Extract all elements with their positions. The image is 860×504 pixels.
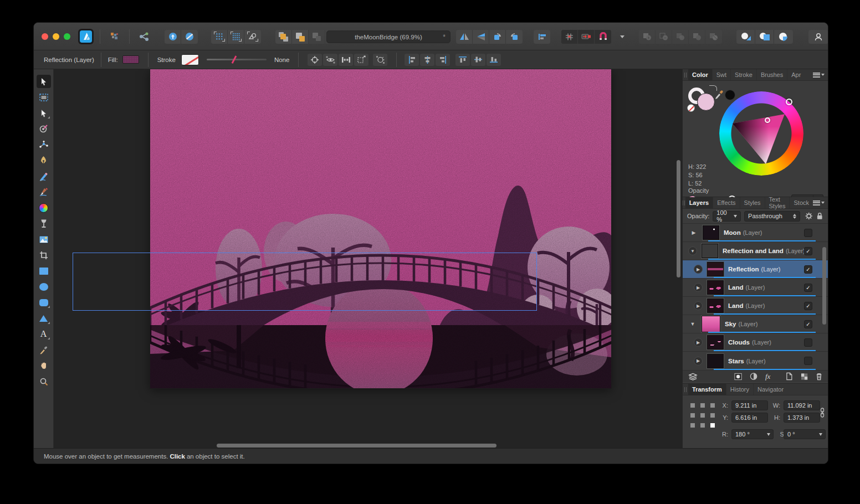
horizontal-scrollbar[interactable] (217, 444, 496, 448)
fill-tool[interactable] (37, 201, 51, 214)
tab-stock[interactable]: Stock (790, 197, 813, 208)
selection-bounding-box[interactable] (73, 253, 537, 311)
blend-mode-dropdown[interactable]: Passthrough (744, 211, 800, 222)
link-dimensions-icon[interactable] (820, 408, 825, 418)
hide-selection-button[interactable] (323, 54, 337, 66)
layer-row[interactable]: ▼ Reflection and Land (Layer) ✓ (683, 242, 828, 260)
boolean-subtract-button[interactable]: − (656, 30, 672, 44)
layers-panel-menu-button[interactable] (813, 197, 828, 208)
tab-swatches[interactable]: Swt (713, 69, 731, 80)
transparency-tool[interactable] (37, 217, 51, 230)
align-right-button[interactable] (436, 54, 450, 66)
layer-row[interactable]: ▶ Stars (Layer) (683, 352, 828, 370)
canvas-viewport[interactable] (54, 69, 683, 449)
point-transform-tool[interactable] (37, 138, 51, 151)
node-tool[interactable] (37, 106, 51, 120)
vector-crop-tool[interactable] (37, 249, 51, 262)
zoom-tool[interactable] (37, 375, 51, 388)
boolean-xor-button[interactable] (689, 30, 705, 44)
shear-dropdown[interactable]: 0 ° (784, 429, 826, 439)
move-to-front-button[interactable] (275, 30, 292, 44)
document-tab[interactable]: theMoonBridge (69.9%) * (326, 30, 451, 43)
add-layer-icon[interactable] (786, 372, 792, 380)
ellipse-tool[interactable] (37, 280, 51, 294)
boolean-add-button[interactable]: + (639, 30, 656, 44)
rounded-rectangle-tool[interactable] (37, 296, 51, 309)
stroke-width-slider[interactable] (207, 59, 267, 60)
vector-brush-tool[interactable] (37, 186, 51, 199)
badge-disabled-button[interactable] (181, 30, 198, 44)
account-button[interactable] (808, 30, 828, 44)
tab-history[interactable]: History (726, 384, 754, 395)
color-panel-menu-button[interactable] (813, 69, 828, 80)
export-persona-button[interactable] (136, 30, 152, 44)
layer-visibility-checkbox[interactable] (804, 338, 812, 347)
rotation-dropdown[interactable]: 180 ° (731, 429, 774, 439)
add-pixel-layer-icon[interactable] (801, 373, 808, 380)
panel-grip[interactable] (683, 384, 688, 395)
stock-badge-button[interactable] (165, 30, 181, 44)
anchor-point-selector[interactable] (690, 403, 715, 428)
layers-opacity-field[interactable]: 100 % (713, 211, 741, 222)
alignment-button[interactable] (534, 30, 550, 44)
layer-visibility-checkbox[interactable]: ✓ (804, 284, 812, 292)
layer-visibility-checkbox[interactable]: ✓ (804, 302, 812, 310)
layer-thumbnail[interactable] (707, 280, 724, 295)
app-icon[interactable] (78, 29, 94, 44)
layer-visibility-checkbox[interactable] (804, 229, 812, 237)
stroke-swatch[interactable] (181, 54, 199, 65)
layer-thumbnail[interactable] (707, 335, 724, 349)
move-forward-button[interactable] (309, 30, 325, 44)
collapse-arrow-icon[interactable]: ▼ (688, 320, 697, 328)
place-image-tool[interactable] (37, 233, 51, 246)
color-picker-tool[interactable] (37, 343, 51, 357)
align-middle-button[interactable] (471, 54, 485, 66)
layer-fx-icon[interactable]: fx (765, 372, 770, 381)
pen-tool[interactable] (37, 154, 51, 167)
delete-layer-icon[interactable] (816, 372, 822, 380)
align-top-button[interactable] (455, 54, 470, 66)
close-button[interactable] (42, 33, 48, 40)
force-pixel-alignment-button[interactable] (578, 30, 595, 44)
vertical-scrollbar[interactable] (677, 160, 680, 277)
marquee-grid-button[interactable] (211, 30, 228, 44)
layer-row[interactable]: ▶ Moon (Layer) (683, 224, 828, 242)
no-color-swatch[interactable] (687, 104, 695, 112)
select-shapes-button[interactable] (244, 30, 261, 44)
layer-row-selected[interactable]: ▶ Reflection (Layer) ✓ (683, 260, 828, 279)
triangle-tool[interactable] (37, 312, 51, 325)
snapping-options-caret[interactable] (620, 35, 624, 38)
layer-mask-icon[interactable] (734, 373, 742, 380)
pencil-tool[interactable] (37, 169, 51, 183)
insert-behind-button[interactable] (736, 30, 755, 44)
minimize-button[interactable] (53, 33, 59, 40)
y-field[interactable]: 6.616 in (731, 413, 768, 423)
tab-navigator[interactable]: Navigator (754, 384, 787, 395)
flip-vertical-button[interactable] (473, 30, 489, 44)
expand-arrow-icon[interactable]: ▶ (689, 228, 698, 237)
layer-thumbnail[interactable] (707, 354, 724, 368)
transform-origin-button[interactable] (308, 54, 322, 66)
expand-arrow-icon[interactable]: ▶ (694, 357, 703, 366)
artboard-tool[interactable] (37, 91, 51, 104)
marquee-fine-grid-button[interactable] (228, 30, 244, 44)
snapping-button[interactable] (595, 30, 611, 44)
expand-arrow-icon[interactable]: ▶ (694, 301, 703, 310)
w-field[interactable]: 11.092 in (784, 400, 820, 410)
flip-horizontal-button[interactable] (456, 30, 473, 44)
tab-layers[interactable]: Layers (685, 197, 713, 208)
insert-inside-button[interactable] (755, 30, 774, 44)
tab-text-styles[interactable]: Text Styles (765, 197, 790, 208)
document-canvas[interactable] (150, 69, 611, 388)
saturation-lightness-selector[interactable] (765, 117, 770, 123)
pixel-grid-button[interactable] (561, 30, 578, 44)
layer-row[interactable]: ▼ Sky (Layer) ✓ (683, 315, 828, 333)
move-tool[interactable] (37, 75, 51, 88)
text-tool[interactable]: A (37, 327, 51, 341)
align-bottom-button[interactable] (487, 54, 501, 66)
corner-tool[interactable] (37, 122, 51, 136)
layer-row[interactable]: ▶ Clouds (Layer) (683, 333, 828, 352)
layer-visibility-checkbox[interactable]: ✓ (804, 320, 812, 328)
rotate-ccw-button[interactable] (489, 30, 506, 44)
expand-arrow-icon[interactable]: ▶ (694, 283, 703, 292)
